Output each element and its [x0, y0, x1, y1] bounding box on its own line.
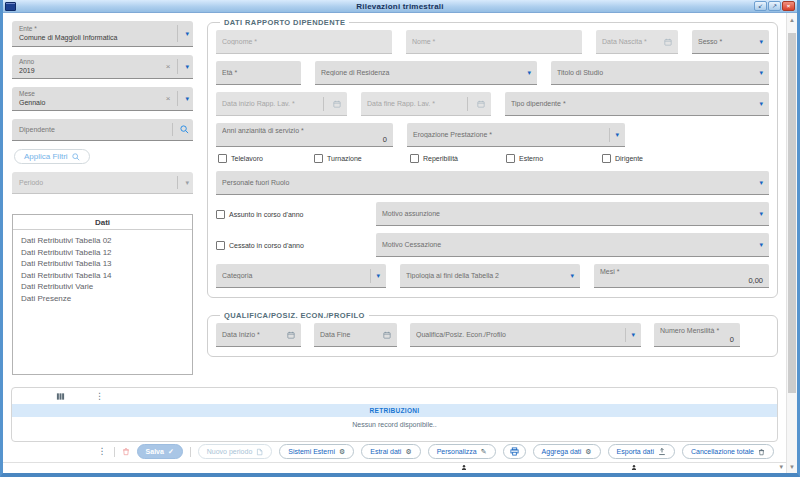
- ente-select[interactable]: Ente * Comune di Maggioli Informatica ▾: [12, 21, 193, 47]
- flags-row: Telelavoro Turnazione Reperibilità Ester…: [218, 154, 769, 163]
- window-controls: ↙ ↗ ×: [754, 1, 795, 11]
- vertical-scrollbar[interactable]: ▲ ▼: [786, 13, 797, 473]
- list-item-varie[interactable]: Dati Retributivi Varie: [21, 281, 184, 293]
- esporta-dati-button[interactable]: Esporta dati: [608, 444, 675, 459]
- data-nascita-field[interactable]: Data Nascita *: [596, 30, 678, 54]
- checkbox-cessato[interactable]: Cessato in corso d'anno: [216, 241, 304, 250]
- chevron-down-icon[interactable]: ▾: [631, 331, 635, 339]
- checkbox-turnazione[interactable]: Turnazione: [314, 154, 410, 163]
- divider: [177, 25, 178, 42]
- scroll-down-icon[interactable]: ▼: [787, 463, 797, 471]
- qualifica-profilo-select[interactable]: Qualifica/Posiz. Econ./Profilo ▾: [410, 323, 641, 347]
- checkbox-dirigente[interactable]: Dirigente: [602, 154, 698, 163]
- dipendente-search-input[interactable]: Dipendente: [12, 119, 193, 141]
- search-icon: [72, 153, 80, 161]
- print-button[interactable]: [503, 444, 526, 459]
- main-form: DATI RAPPORTO DIPENDENTE Cognome * Nome …: [201, 13, 786, 385]
- list-item-tabella-13[interactable]: Dati Retributivi Tabella 13: [21, 258, 184, 270]
- list-item-tabella-12[interactable]: Dati Retributivi Tabella 12: [21, 247, 184, 259]
- eta-field[interactable]: Età *: [216, 61, 301, 85]
- anno-label: Anno: [19, 58, 166, 66]
- bottom-strip: ▾: [3, 462, 786, 472]
- checkbox-box[interactable]: [218, 154, 227, 163]
- chevron-down-icon[interactable]: ▾: [527, 69, 531, 77]
- chevron-down-icon[interactable]: ▾: [759, 179, 763, 187]
- chevron-down-icon[interactable]: ▾: [570, 272, 574, 280]
- anno-select[interactable]: Anno 2019 × ▾: [12, 55, 193, 79]
- checkbox-box[interactable]: [410, 154, 419, 163]
- grid-menu-icon[interactable]: ⋮: [95, 391, 104, 401]
- cancellazione-totale-button[interactable]: Cancellazione totale: [682, 444, 774, 459]
- chevron-down-icon[interactable]: ▾: [376, 272, 380, 280]
- personale-fuori-ruolo-select[interactable]: Personale fuori Ruolo ▾: [216, 171, 769, 195]
- scroll-up-icon[interactable]: ▲: [787, 16, 797, 24]
- qualifica-data-fine-field[interactable]: Data Fine: [314, 323, 397, 347]
- chevron-down-icon[interactable]: ▾: [759, 241, 763, 249]
- checkbox-box[interactable]: [602, 154, 611, 163]
- scrollbar-thumb[interactable]: [788, 33, 796, 393]
- chevron-down-icon[interactable]: ▾: [185, 95, 189, 103]
- clear-icon[interactable]: ×: [166, 95, 171, 103]
- anni-anzianita-value: 0: [383, 135, 387, 144]
- close-button[interactable]: ×: [782, 1, 795, 11]
- personalizza-button[interactable]: Personalizza ✎: [428, 444, 496, 459]
- mesi-field[interactable]: Mesi * 0,00: [594, 264, 769, 288]
- minimize-button[interactable]: ↙: [754, 1, 767, 11]
- tipo-dipendente-select[interactable]: Tipo dipendente * ▾: [505, 92, 769, 116]
- chevron-down-icon[interactable]: ▾: [759, 69, 763, 77]
- column-chooser-icon[interactable]: [56, 392, 65, 401]
- chevron-down-icon[interactable]: ▾: [759, 38, 763, 46]
- chevron-down-icon[interactable]: ▾: [185, 63, 189, 71]
- ente-label: Ente *: [19, 25, 177, 33]
- anni-anzianita-field[interactable]: Anni anzianità di servizio * 0: [216, 123, 393, 147]
- maximize-button[interactable]: ↗: [768, 1, 781, 11]
- list-item-tabella-14[interactable]: Dati Retributivi Tabella 14: [21, 270, 184, 282]
- sistemi-esterni-button[interactable]: Sistemi Esterni ⚙: [279, 444, 354, 459]
- numero-mensilita-field[interactable]: Numero Mensilità * 0: [654, 323, 740, 347]
- checkbox-box[interactable]: [216, 210, 225, 219]
- delete-icon[interactable]: [122, 447, 130, 456]
- chevron-down-icon: ▾: [185, 179, 189, 187]
- data-inizio-rapp-field[interactable]: Data inizio Rapp. Lav. *: [216, 92, 347, 116]
- qualifica-data-inizio-field[interactable]: Data Inizio *: [216, 323, 301, 347]
- checkbox-box[interactable]: [314, 154, 323, 163]
- aggrega-dati-button[interactable]: Aggrega dati ⚙: [533, 444, 601, 459]
- chevron-down-icon[interactable]: ▾: [759, 100, 763, 108]
- search-icon[interactable]: [180, 125, 189, 134]
- nuovo-periodo-button[interactable]: Nuovo periodo: [198, 444, 273, 459]
- checkbox-box[interactable]: [506, 154, 515, 163]
- estrai-dati-button[interactable]: Estrai dati ⚙: [361, 444, 420, 459]
- categoria-select[interactable]: Categoria ▾: [216, 264, 386, 288]
- calendar-icon: [287, 331, 295, 339]
- list-item-presenze[interactable]: Dati Presenze: [21, 293, 184, 305]
- mese-select[interactable]: Mese Gennaio × ▾: [12, 87, 193, 111]
- periodo-select[interactable]: Periodo ▾: [12, 172, 193, 194]
- clear-icon[interactable]: ×: [166, 63, 171, 71]
- chevron-down-icon[interactable]: ▾: [615, 131, 619, 139]
- calendar-icon: [664, 38, 672, 46]
- checkbox-reperibilita[interactable]: Reperibilità: [410, 154, 506, 163]
- more-actions-icon[interactable]: ⋮: [98, 447, 107, 456]
- salva-button[interactable]: Salva ✓: [137, 444, 183, 459]
- regione-select[interactable]: Regione di Residenza ▾: [315, 61, 537, 85]
- checkbox-telelavoro[interactable]: Telelavoro: [218, 154, 314, 163]
- motivo-assunzione-select[interactable]: Motivo assunzione ▾: [376, 202, 769, 226]
- chevron-down-icon[interactable]: ▾: [759, 210, 763, 218]
- checkbox-assunto[interactable]: Assunto in corso d'anno: [216, 210, 304, 219]
- erogazione-select[interactable]: Erogazione Prestazione * ▾: [407, 123, 625, 147]
- chevron-down-icon[interactable]: ▾: [779, 463, 783, 471]
- motivo-cessazione-select[interactable]: Motivo Cessazione ▾: [376, 233, 769, 257]
- checkbox-esterno[interactable]: Esterno: [506, 154, 602, 163]
- nome-field[interactable]: Nome *: [406, 30, 582, 54]
- chevron-down-icon[interactable]: ▾: [185, 30, 189, 38]
- tipologia-tabella2-select[interactable]: Tipologia ai fini della Tabella 2 ▾: [400, 264, 580, 288]
- titolo-studio-select[interactable]: Titolo di Studio ▾: [551, 61, 769, 85]
- sesso-select[interactable]: Sesso * ▾: [692, 30, 769, 54]
- cognome-field[interactable]: Cognome *: [216, 30, 392, 54]
- list-item-tabella-02[interactable]: Dati Retributivi Tabella 02: [21, 235, 184, 247]
- data-fine-rapp-field[interactable]: Data fine Rapp. Lav. *: [361, 92, 491, 116]
- applica-filtri-button[interactable]: Applica Filtri: [14, 149, 90, 164]
- checkbox-box[interactable]: [216, 241, 225, 250]
- person-icon: [461, 464, 467, 471]
- window-title: Rilevazioni trimestrali: [3, 2, 797, 11]
